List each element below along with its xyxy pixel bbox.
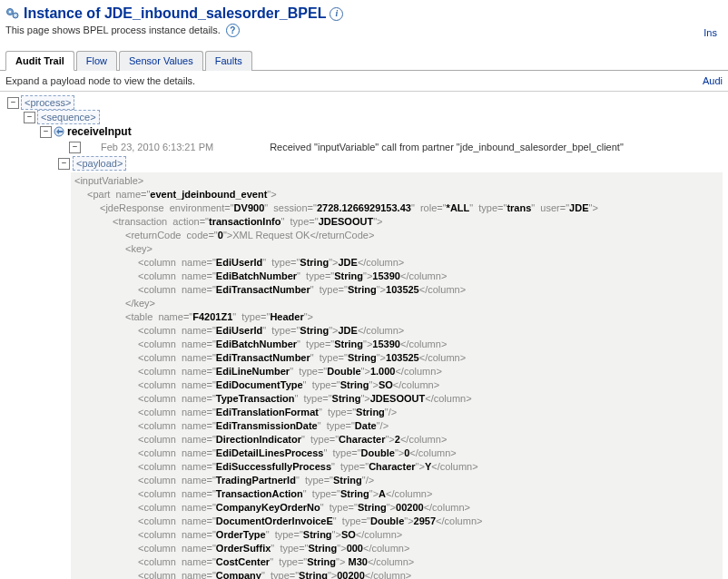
collapse-toggle[interactable]: − — [24, 112, 35, 123]
tab-sensor-values[interactable]: Sensor Values — [119, 51, 203, 71]
xml-payload: <inputVariable><part name="event_jdeinbo… — [71, 172, 723, 579]
help-icon[interactable]: ? — [226, 24, 240, 37]
receive-input-node[interactable]: receiveInput — [54, 124, 132, 139]
audit-tree: − <process> − <sequence> − receiveInput … — [0, 92, 728, 579]
page-title: Instance of JDE_inbound_salesorder_BPEL … — [5, 5, 343, 22]
right-link-truncated-2[interactable]: Audi — [703, 75, 723, 86]
process-node[interactable]: <process> — [21, 95, 74, 110]
activity-icon — [54, 126, 64, 137]
payload-node[interactable]: <payload> — [73, 156, 126, 171]
event-message: Received "inputVariable" call from partn… — [270, 142, 624, 153]
process-icon — [5, 6, 20, 21]
collapse-toggle[interactable]: − — [69, 142, 81, 153]
tab-faults[interactable]: Faults — [205, 51, 252, 71]
page-title-text: Instance of JDE_inbound_salesorder_BPEL — [24, 5, 326, 22]
expand-hint: Expand a payload node to view the detail… — [5, 75, 195, 86]
collapse-toggle[interactable]: − — [58, 158, 70, 170]
tab-flow[interactable]: Flow — [76, 51, 117, 71]
collapse-toggle[interactable]: − — [40, 126, 52, 138]
collapse-toggle[interactable]: − — [7, 97, 19, 109]
receive-input-label: receiveInput — [67, 124, 132, 139]
event-timestamp: Feb 23, 2010 6:13:21 PM — [101, 142, 213, 153]
svg-point-3 — [15, 15, 16, 16]
page-subtitle: This page shows BPEL process instance de… — [5, 25, 221, 35]
right-link-truncated[interactable]: Ins — [703, 27, 717, 38]
tab-audit-trail[interactable]: Audit Trail — [5, 51, 74, 71]
info-icon[interactable]: i — [330, 7, 343, 21]
sequence-node[interactable]: <sequence> — [37, 110, 100, 124]
svg-point-1 — [9, 11, 11, 13]
tab-bar: Audit Trail Flow Sensor Values Faults — [5, 51, 723, 71]
